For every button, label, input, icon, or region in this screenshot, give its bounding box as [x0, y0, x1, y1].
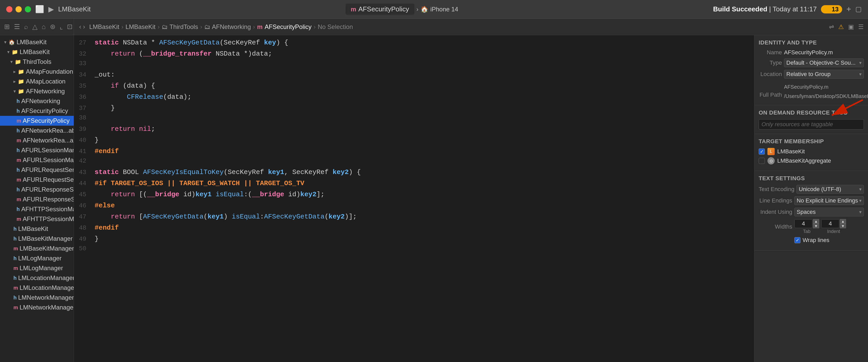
encoding-value: Unicode (UTF-8)	[799, 186, 841, 193]
tab-width-input[interactable]	[794, 219, 812, 228]
sidebar-item-afsecuritypolicy-h[interactable]: h AFSecurityPolicy	[0, 106, 74, 116]
active-tab[interactable]: m AFSecurityPolicy	[346, 4, 414, 15]
breadcrumb-lmbasekit2[interactable]: LMBaseKit	[125, 23, 155, 31]
sidebar-item-lmlogmanager-m[interactable]: m LMLogManager	[0, 263, 74, 273]
sidebar-item-lmbasekit-root[interactable]: ▾ 🏠 LMBaseKit	[0, 37, 74, 47]
sidebar-item-lmnetworkmanager-h[interactable]: h LMNetworkManager	[0, 293, 74, 303]
code-text: #endif	[93, 223, 754, 233]
sidebar-item-afurlrequest-h[interactable]: h AFURLRequestSerialization	[0, 165, 74, 175]
ondemand-input[interactable]: Only resources are taggable	[759, 119, 864, 129]
breadcrumb-afnetworking[interactable]: 🗂 AFNetworking	[204, 23, 251, 31]
sidebar-item-amapfoundation[interactable]: ▸ 📁 AMapFoundation	[0, 67, 74, 77]
target-lmbasekit-checkbox[interactable]: ✓	[759, 148, 765, 155]
sidebar-toggle[interactable]: ⬜	[35, 5, 44, 13]
filter-icon[interactable]: ☰	[14, 23, 20, 31]
more-icon[interactable]: ⊡	[67, 23, 73, 31]
app-name: LMBaseKit	[58, 5, 91, 13]
sidebar-item-lmbasekit-h[interactable]: h LMBaseKit	[0, 224, 74, 234]
line-number: 45	[74, 191, 93, 198]
folder-icon: 📁	[18, 88, 24, 94]
code-line-36: 36 CFRelease(data);	[74, 92, 754, 103]
line-number: 36	[74, 94, 93, 100]
sidebar-item-afhttpsession-m[interactable]: m AFHTTPSessionManager	[0, 214, 74, 224]
nav-arrows: ‹ ›	[79, 23, 85, 31]
stepper-up-icon[interactable]: ▲	[813, 219, 819, 224]
sidebar-item-lmbasekitmanager-m[interactable]: m LMBaseKitManager	[0, 244, 74, 253]
sidebar-item-afnetworkrea-m[interactable]: m AFNetworkRea...abilityManager	[0, 135, 74, 145]
nav-back[interactable]: ‹	[79, 23, 82, 31]
code-line-41: 41 #endif	[74, 146, 754, 157]
warning-badge[interactable]: ⚠ 13	[821, 5, 842, 13]
sidebar-item-lmlocationmanager-m[interactable]: m LMLocationManager	[0, 283, 74, 293]
sidebar-item-amaplocation[interactable]: ▸ 📁 AMapLocation	[0, 77, 74, 86]
related-files-icon[interactable]: ⇌	[829, 23, 834, 31]
location-select[interactable]: Relative to Group ▾	[784, 70, 864, 79]
sidebar-item-lmlogmanager-h[interactable]: h LMLogManager	[0, 253, 74, 263]
sidebar-item-lmnetworkmanager-m[interactable]: m LMNetworkManager	[0, 303, 74, 312]
stepper-down-icon[interactable]: ▼	[813, 224, 819, 228]
sidebar-item-afurlresponse-m[interactable]: m AFURLResponseSerialization	[0, 194, 74, 204]
project-icon: 🏠	[8, 39, 15, 45]
stepper-up-icon[interactable]: ▲	[840, 219, 846, 224]
lineendings-select[interactable]: No Explicit Line Endings ▾	[794, 196, 864, 205]
sidebar-item-thirdtools[interactable]: ▾ 📁 ThirdTools	[0, 57, 74, 67]
type-row: Type Default - Objective-C Sou... ▾	[759, 58, 864, 67]
target-aggregate-label: LMBaseKitAggregate	[777, 157, 831, 164]
sidebar-item-lmlocationmanager-h[interactable]: h LMLocationManager	[0, 273, 74, 283]
breadcrumb-sep-2: ›	[157, 23, 159, 31]
indent-width-input[interactable]	[821, 219, 839, 228]
sidebar-item-afurlsession-m[interactable]: m AFURLSessionManager	[0, 155, 74, 165]
h-file-icon: h	[13, 255, 17, 262]
minimize-button[interactable]	[16, 6, 22, 12]
add-button[interactable]: +	[846, 4, 851, 14]
target-aggregate-checkbox[interactable]	[759, 158, 765, 164]
sidebar-item-afurlrequest-m[interactable]: m AFURLRequestSerialization	[0, 175, 74, 185]
share-icon[interactable]: ⌞	[60, 23, 63, 31]
lineendings-row: Line Endings No Explicit Line Endings ▾	[759, 196, 864, 205]
title-bar: ⬜ ▶ LMBaseKit m AFSecurityPolicy › 🏠 iPh…	[0, 0, 868, 19]
indentusing-select[interactable]: Spaces ▾	[794, 208, 864, 216]
line-number: 43	[74, 169, 93, 176]
folder-icon: 📁	[15, 59, 21, 65]
sidebar-item-lmbasekitmanager-h[interactable]: h LMBaseKitManager	[0, 234, 74, 244]
sidebar-item-afsecuritypolicy-m[interactable]: m AFSecurityPolicy	[0, 116, 74, 126]
line-number: 38	[74, 114, 93, 121]
wraplines-checkbox[interactable]: ✓	[794, 237, 801, 243]
issue-nav-icon[interactable]: ⚠	[838, 23, 844, 31]
nav-forward[interactable]: ›	[83, 23, 85, 31]
code-editor[interactable]: 27 static NSData * AFSecKeyGetData(SecKe…	[74, 35, 754, 362]
breadcrumb-lmbasekit[interactable]: LMBaseKit	[89, 23, 119, 31]
breadcrumb-afsecuritypolicy[interactable]: AFSecurityPolicy	[265, 23, 311, 31]
sidebar-item-afurlresponse-h[interactable]: h AFURLResponseSerialization	[0, 185, 74, 194]
sidebar-item-afnetworking[interactable]: ▾ 📁 AFNetworking	[0, 86, 74, 96]
grid-icon[interactable]: ⊞	[4, 23, 10, 31]
m-file-icon: m	[17, 177, 21, 183]
chevron-down-icon: ▾	[7, 49, 9, 55]
sidebar-item-afnetworking-h[interactable]: h AFNetworking	[0, 96, 74, 106]
inspector-toggle[interactable]: ▢	[855, 5, 862, 13]
wraplines-row: ✓ Wrap lines	[759, 237, 864, 244]
sidebar-item-afnetworkrea-h[interactable]: h AFNetworkRea...abilityManager	[0, 126, 74, 135]
breadcrumb-thirdtools[interactable]: 🗂 ThirdTools	[161, 23, 198, 31]
sidebar-label-afnetworking: AFNetworking	[26, 88, 65, 95]
type-select[interactable]: Default - Objective-C Sou... ▾	[784, 58, 864, 67]
stepper-down-icon[interactable]: ▼	[840, 224, 846, 228]
sidebar-item-lmbasekit[interactable]: ▾ 📁 LMBaseKit	[0, 47, 74, 57]
run-button[interactable]: ▶	[48, 5, 54, 13]
assistant-icon[interactable]: ▣	[848, 23, 854, 31]
build-time-value: Today at 11:17	[773, 5, 817, 13]
authors-icon[interactable]: ☰	[858, 23, 864, 31]
code-line-35: 35 if (data) {	[74, 81, 754, 92]
search-toolbar-icon[interactable]: ⌕	[24, 23, 28, 31]
tag-icon[interactable]: ⊛	[50, 23, 56, 31]
bookmark-icon[interactable]: ⌂	[42, 23, 46, 31]
encoding-select[interactable]: Unicode (UTF-8) ▾	[797, 185, 864, 194]
line-number: 37	[74, 105, 93, 112]
close-button[interactable]	[6, 6, 12, 12]
sidebar-item-afurlsession-h[interactable]: h AFURLSessionManager	[0, 145, 74, 155]
widths-row: Widths ▲ ▼ Tab ▲	[759, 219, 864, 234]
fullscreen-button[interactable]	[25, 6, 31, 12]
filename-row: AFSecurityPolicy.m	[759, 82, 864, 90]
sidebar-item-afhttpsession-h[interactable]: h AFHTTPSessionManager	[0, 204, 74, 214]
target-title: Target Membership	[759, 138, 864, 145]
